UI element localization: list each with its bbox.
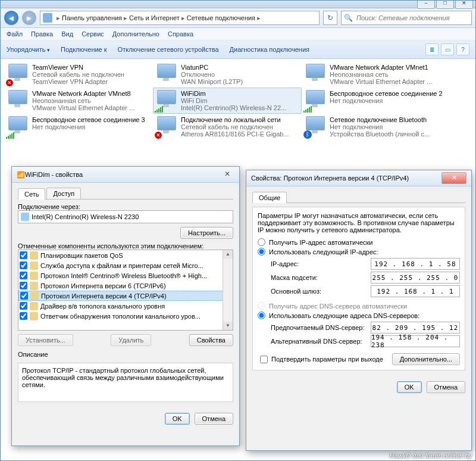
search-icon: 🔍 xyxy=(344,14,353,22)
nav-forward-button[interactable]: ► xyxy=(22,11,36,25)
subnet-mask-input[interactable]: 255 . 255 . 255 . 0 xyxy=(371,272,460,284)
component-checkbox[interactable] xyxy=(20,251,27,259)
ok-button[interactable]: OK xyxy=(397,381,422,393)
connection-item[interactable]: Беспроводное сетевое соединение 2Нет под… xyxy=(302,88,450,114)
view-options-icon[interactable]: ≣ xyxy=(425,43,439,55)
component-row[interactable]: Драйвер в/в тополога канального уровня xyxy=(18,301,233,311)
connection-status: Сетевой кабель не подключен xyxy=(181,123,289,130)
components-label: Отмеченные компоненты используются этим … xyxy=(18,242,233,250)
crumb-network[interactable]: Сеть и Интернет xyxy=(129,14,180,21)
dialog-close-button[interactable]: ✕ xyxy=(220,170,234,179)
connect-via-label: Подключение через: xyxy=(18,203,233,210)
configure-button[interactable]: Настроить... xyxy=(180,227,233,239)
tab-network[interactable]: Сеть xyxy=(18,188,45,200)
adapter-field: Intel(R) Centrino(R) Wireless-N 2230 xyxy=(18,210,233,223)
connection-device: Устройства Bluetooth (личной с... xyxy=(330,130,430,138)
component-checkbox[interactable] xyxy=(20,312,27,320)
remove-button[interactable]: Удалить xyxy=(111,334,151,346)
connection-item[interactable]: VMware Network Adapter VMnet1Неопознанна… xyxy=(302,61,450,88)
intro-text: Параметры IP могут назначаться автоматич… xyxy=(258,212,460,233)
menu-help[interactable]: Справка xyxy=(168,30,193,38)
ip-address-input[interactable]: 192 . 168 . 1 . 58 xyxy=(371,258,460,270)
cmd-connect[interactable]: Подключение к xyxy=(61,46,107,53)
search-input[interactable] xyxy=(355,14,469,22)
component-row[interactable]: Планировщик пакетов QoS xyxy=(18,250,233,260)
connection-item[interactable]: ✕TeamViewer VPNСетевой кабель не подключ… xyxy=(4,61,153,88)
component-label: Протокол Intel® Centrino® Wireless Bluet… xyxy=(40,272,207,279)
component-row[interactable]: Ответчик обнаружения топологии канальног… xyxy=(18,311,233,321)
menu-file[interactable]: Файл xyxy=(7,30,23,38)
component-checkbox[interactable] xyxy=(20,272,27,279)
location-icon xyxy=(43,13,52,23)
connection-item[interactable]: Беспроводное сетевое соединение 3Нет под… xyxy=(4,114,153,140)
search-box[interactable]: 🔍 xyxy=(341,11,472,25)
menu-service[interactable]: Сервис xyxy=(82,30,104,38)
validate-checkbox[interactable] xyxy=(260,356,268,363)
tab-general[interactable]: Общие xyxy=(252,192,287,203)
connection-device: Нет подключения xyxy=(32,123,145,130)
menu-view[interactable]: Вид xyxy=(61,30,73,38)
component-checkbox[interactable] xyxy=(20,302,27,310)
component-row[interactable]: Протокол Intel® Centrino® Wireless Bluet… xyxy=(18,270,233,281)
tab-access[interactable]: Доступ xyxy=(46,188,81,199)
cmd-diagnose[interactable]: Диагностика подключения xyxy=(230,46,309,53)
minimize-button[interactable]: – xyxy=(417,0,435,9)
explorer-window: – □ ✕ ◄ ► ▸ Панель управления ▸ Сеть и И… xyxy=(0,0,476,461)
connection-device: TeamViewer VPN Adapter xyxy=(32,78,124,85)
crumb-connections[interactable]: Сетевые подключения xyxy=(187,14,255,21)
crumb-control-panel[interactable]: Панель управления xyxy=(62,14,122,21)
connection-item[interactable]: WiFiDimWiFi DimIntel(R) Centrino(R) Wire… xyxy=(153,88,302,114)
advanced-button[interactable]: Дополнительно... xyxy=(392,353,460,365)
components-list[interactable]: Планировщик пакетов QoSСлужба доступа к … xyxy=(18,250,233,331)
component-icon xyxy=(30,251,38,260)
component-row[interactable]: Протокол Интернета версии 4 (TCP/IPv4) xyxy=(18,291,233,301)
component-checkbox[interactable] xyxy=(20,282,27,289)
ok-button[interactable]: OK xyxy=(165,413,190,425)
nav-back-button[interactable]: ◄ xyxy=(4,11,18,25)
refresh-button[interactable]: ↻ xyxy=(323,11,337,25)
component-row[interactable]: Служба доступа к файлам и принтерам сете… xyxy=(18,260,233,270)
breadcrumb[interactable]: ▸ Панель управления ▸ Сеть и Интернет ▸ … xyxy=(40,11,320,25)
component-icon xyxy=(30,282,38,290)
alternate-dns-input[interactable]: 194 . 158 . 204 . 238 xyxy=(371,335,460,347)
maximize-button[interactable]: □ xyxy=(436,0,454,9)
preferred-dns-input[interactable]: 82 . 209 . 195 . 12 xyxy=(371,322,460,334)
radio-manual-dns[interactable] xyxy=(258,312,265,319)
preview-pane-icon[interactable]: ▭ xyxy=(441,43,454,55)
component-checkbox[interactable] xyxy=(20,292,28,300)
connection-item[interactable]: ✕Подключение по локальной сетиСетевой ка… xyxy=(153,114,302,140)
radio-manual-ip[interactable] xyxy=(258,248,265,256)
connection-item[interactable]: ᛒСетевое подключение BluetoothНет подклю… xyxy=(302,114,450,140)
status-disconnected-icon: ✕ xyxy=(155,132,162,139)
component-properties-button[interactable]: Свойства xyxy=(189,334,233,346)
component-row[interactable]: Протокол Интернета версии 6 (TCP/IPv6) xyxy=(18,281,233,291)
component-icon xyxy=(30,261,38,270)
connection-device: Нет подключения xyxy=(330,97,443,104)
close-button[interactable]: ✕ xyxy=(455,0,473,9)
description-heading: Описание xyxy=(18,351,233,358)
adapter-properties-dialog: 📶 WiFiDim - свойства ✕ Сеть Доступ Подкл… xyxy=(11,166,240,446)
connection-status: Неопознанная сеть xyxy=(330,71,432,78)
command-bar: Упорядочить Подключение к Отключение сет… xyxy=(1,41,475,59)
cancel-button[interactable]: Отмена xyxy=(195,413,233,425)
connection-status: Отключено xyxy=(181,71,243,78)
gateway-input[interactable]: 192 . 168 . 1 . 1 xyxy=(371,285,460,297)
menu-extras[interactable]: Дополнительно xyxy=(112,30,159,38)
cmd-organize[interactable]: Упорядочить xyxy=(7,46,50,53)
connection-item[interactable]: VMware Network Adapter VMnet8Неопознанна… xyxy=(4,88,153,114)
cmd-disable[interactable]: Отключение сетевого устройства xyxy=(118,46,219,53)
connection-status: WiFi Dim xyxy=(181,97,286,104)
scrollbar[interactable] xyxy=(223,250,233,330)
connection-icon xyxy=(156,90,177,111)
connections-pane: ✕TeamViewer VPNСетевой кабель не подключ… xyxy=(1,59,475,140)
radio-auto-ip[interactable] xyxy=(258,238,265,246)
install-button[interactable]: Установить... xyxy=(18,334,73,346)
connection-name: ViatunPC xyxy=(181,64,243,71)
component-checkbox[interactable] xyxy=(20,261,27,269)
cancel-button[interactable]: Отмена xyxy=(427,381,465,393)
help-icon[interactable]: ? xyxy=(456,43,469,55)
component-label: Планировщик пакетов QoS xyxy=(40,252,123,259)
connection-item[interactable]: ViatunPCОтключеноWAN Miniport (L2TP) xyxy=(153,61,302,88)
menu-edit[interactable]: Правка xyxy=(31,30,53,38)
dialog-close-button[interactable]: ✕ xyxy=(441,172,466,184)
